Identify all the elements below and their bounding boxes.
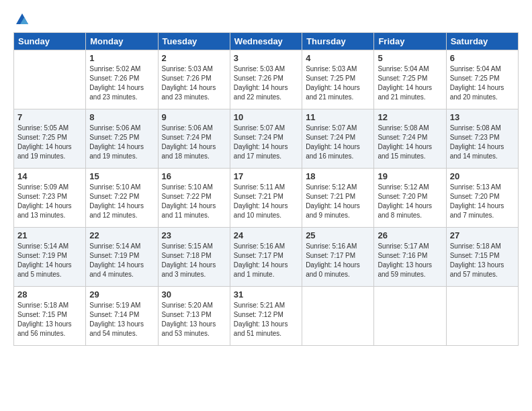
calendar-cell: 29Sunrise: 5:19 AM Sunset: 7:14 PM Dayli… (86, 287, 158, 346)
calendar-cell: 26Sunrise: 5:17 AM Sunset: 7:16 PM Dayli… (374, 228, 446, 287)
day-number: 12 (378, 112, 442, 122)
week-row-4: 28Sunrise: 5:18 AM Sunset: 7:15 PM Dayli… (14, 287, 519, 346)
day-info: Sunrise: 5:09 AM Sunset: 7:23 PM Dayligh… (17, 183, 82, 220)
calendar-cell: 27Sunrise: 5:18 AM Sunset: 7:15 PM Dayli… (446, 228, 518, 287)
day-number: 29 (89, 289, 154, 300)
calendar-cell: 31Sunrise: 5:21 AM Sunset: 7:12 PM Dayli… (230, 287, 302, 346)
calendar-cell: 21Sunrise: 5:14 AM Sunset: 7:19 PM Dayli… (14, 228, 86, 287)
day-number: 27 (450, 230, 515, 240)
day-info: Sunrise: 5:03 AM Sunset: 7:25 PM Dayligh… (306, 64, 370, 102)
day-number: 21 (17, 230, 82, 240)
week-row-3: 21Sunrise: 5:14 AM Sunset: 7:19 PM Dayli… (14, 228, 519, 287)
day-info: Sunrise: 5:20 AM Sunset: 7:13 PM Dayligh… (162, 301, 226, 338)
calendar-cell: 14Sunrise: 5:09 AM Sunset: 7:23 PM Dayli… (14, 169, 86, 228)
day-number: 9 (162, 112, 226, 122)
calendar: SundayMondayTuesdayWednesdayThursdayFrid… (13, 32, 519, 346)
day-info: Sunrise: 5:13 AM Sunset: 7:20 PM Dayligh… (450, 183, 515, 220)
day-info: Sunrise: 5:12 AM Sunset: 7:20 PM Dayligh… (378, 183, 442, 220)
calendar-cell: 30Sunrise: 5:20 AM Sunset: 7:13 PM Dayli… (158, 287, 230, 346)
day-number: 15 (89, 171, 154, 181)
calendar-cell: 13Sunrise: 5:08 AM Sunset: 7:23 PM Dayli… (446, 109, 518, 169)
calendar-cell: 5Sunrise: 5:04 AM Sunset: 7:25 PM Daylig… (374, 50, 446, 109)
calendar-cell: 7Sunrise: 5:05 AM Sunset: 7:25 PM Daylig… (14, 109, 86, 169)
day-number: 31 (234, 289, 298, 300)
day-number: 6 (450, 53, 515, 63)
day-number: 24 (234, 230, 298, 240)
calendar-cell: 4Sunrise: 5:03 AM Sunset: 7:25 PM Daylig… (302, 50, 374, 109)
day-info: Sunrise: 5:03 AM Sunset: 7:26 PM Dayligh… (234, 64, 298, 102)
day-header-thursday: Thursday (302, 33, 374, 50)
header (13, 12, 519, 27)
calendar-cell: 6Sunrise: 5:04 AM Sunset: 7:25 PM Daylig… (446, 50, 518, 109)
calendar-cell: 24Sunrise: 5:16 AM Sunset: 7:17 PM Dayli… (230, 228, 302, 287)
day-number: 2 (162, 53, 226, 63)
day-info: Sunrise: 5:14 AM Sunset: 7:19 PM Dayligh… (89, 242, 154, 279)
logo-icon (15, 12, 30, 27)
day-number: 26 (378, 230, 442, 240)
day-header-wednesday: Wednesday (230, 33, 302, 50)
week-row-0: 1Sunrise: 5:02 AM Sunset: 7:26 PM Daylig… (14, 50, 519, 109)
day-number: 30 (162, 289, 226, 300)
day-info: Sunrise: 5:07 AM Sunset: 7:24 PM Dayligh… (234, 124, 298, 161)
day-info: Sunrise: 5:19 AM Sunset: 7:14 PM Dayligh… (89, 301, 154, 338)
day-number: 11 (306, 112, 370, 122)
day-number: 5 (378, 53, 442, 63)
page: SundayMondayTuesdayWednesdayThursdayFrid… (0, 0, 532, 411)
calendar-cell: 12Sunrise: 5:08 AM Sunset: 7:24 PM Dayli… (374, 109, 446, 169)
calendar-cell: 3Sunrise: 5:03 AM Sunset: 7:26 PM Daylig… (230, 50, 302, 109)
calendar-cell: 10Sunrise: 5:07 AM Sunset: 7:24 PM Dayli… (230, 109, 302, 169)
day-number: 10 (234, 112, 298, 122)
day-info: Sunrise: 5:11 AM Sunset: 7:21 PM Dayligh… (234, 183, 298, 220)
day-number: 3 (234, 53, 298, 63)
calendar-cell: 22Sunrise: 5:14 AM Sunset: 7:19 PM Dayli… (86, 228, 158, 287)
day-info: Sunrise: 5:06 AM Sunset: 7:24 PM Dayligh… (162, 124, 226, 161)
day-number: 4 (306, 53, 370, 63)
day-info: Sunrise: 5:16 AM Sunset: 7:17 PM Dayligh… (234, 242, 298, 279)
calendar-cell: 11Sunrise: 5:07 AM Sunset: 7:24 PM Dayli… (302, 109, 374, 169)
day-number: 7 (17, 112, 82, 122)
calendar-cell: 16Sunrise: 5:10 AM Sunset: 7:22 PM Dayli… (158, 169, 230, 228)
day-number: 22 (89, 230, 154, 240)
day-info: Sunrise: 5:17 AM Sunset: 7:16 PM Dayligh… (378, 242, 442, 279)
day-header-tuesday: Tuesday (158, 33, 230, 50)
day-number: 1 (89, 53, 154, 63)
day-info: Sunrise: 5:05 AM Sunset: 7:25 PM Dayligh… (17, 124, 82, 161)
day-info: Sunrise: 5:12 AM Sunset: 7:21 PM Dayligh… (306, 183, 370, 220)
day-info: Sunrise: 5:03 AM Sunset: 7:26 PM Dayligh… (162, 64, 226, 102)
calendar-cell: 25Sunrise: 5:16 AM Sunset: 7:17 PM Dayli… (302, 228, 374, 287)
day-info: Sunrise: 5:07 AM Sunset: 7:24 PM Dayligh… (306, 124, 370, 161)
calendar-cell (374, 287, 446, 346)
day-info: Sunrise: 5:10 AM Sunset: 7:22 PM Dayligh… (89, 183, 154, 220)
day-number: 28 (17, 289, 82, 300)
day-number: 25 (306, 230, 370, 240)
calendar-cell: 1Sunrise: 5:02 AM Sunset: 7:26 PM Daylig… (86, 50, 158, 109)
calendar-cell: 9Sunrise: 5:06 AM Sunset: 7:24 PM Daylig… (158, 109, 230, 169)
day-number: 20 (450, 171, 515, 181)
day-info: Sunrise: 5:16 AM Sunset: 7:17 PM Dayligh… (306, 242, 370, 279)
day-number: 18 (306, 171, 370, 181)
day-info: Sunrise: 5:04 AM Sunset: 7:25 PM Dayligh… (378, 64, 442, 102)
day-number: 16 (162, 171, 226, 181)
day-number: 17 (234, 171, 298, 181)
day-number: 14 (17, 171, 82, 181)
day-header-sunday: Sunday (14, 33, 86, 50)
day-info: Sunrise: 5:15 AM Sunset: 7:18 PM Dayligh… (162, 242, 226, 279)
calendar-cell: 8Sunrise: 5:06 AM Sunset: 7:25 PM Daylig… (86, 109, 158, 169)
day-info: Sunrise: 5:04 AM Sunset: 7:25 PM Dayligh… (450, 64, 515, 102)
week-row-2: 14Sunrise: 5:09 AM Sunset: 7:23 PM Dayli… (14, 169, 519, 228)
day-info: Sunrise: 5:10 AM Sunset: 7:22 PM Dayligh… (162, 183, 226, 220)
day-info: Sunrise: 5:14 AM Sunset: 7:19 PM Dayligh… (17, 242, 82, 279)
day-info: Sunrise: 5:21 AM Sunset: 7:12 PM Dayligh… (234, 301, 298, 338)
day-info: Sunrise: 5:08 AM Sunset: 7:24 PM Dayligh… (378, 124, 442, 161)
day-info: Sunrise: 5:18 AM Sunset: 7:15 PM Dayligh… (450, 242, 515, 279)
calendar-cell (302, 287, 374, 346)
calendar-cell: 15Sunrise: 5:10 AM Sunset: 7:22 PM Dayli… (86, 169, 158, 228)
calendar-cell (14, 50, 86, 109)
day-header-saturday: Saturday (446, 33, 518, 50)
calendar-cell: 20Sunrise: 5:13 AM Sunset: 7:20 PM Dayli… (446, 169, 518, 228)
calendar-header-row: SundayMondayTuesdayWednesdayThursdayFrid… (14, 33, 519, 50)
day-header-monday: Monday (86, 33, 158, 50)
calendar-cell (446, 287, 518, 346)
day-info: Sunrise: 5:02 AM Sunset: 7:26 PM Dayligh… (89, 64, 154, 102)
day-number: 23 (162, 230, 226, 240)
